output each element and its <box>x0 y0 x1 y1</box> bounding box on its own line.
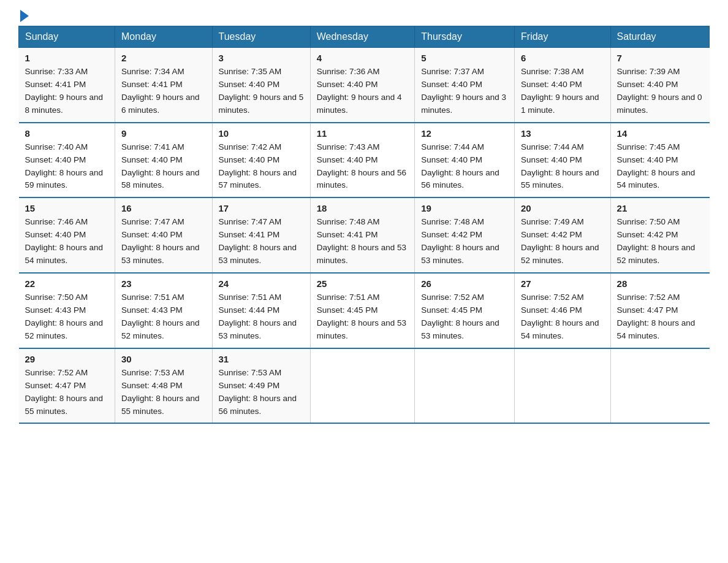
calendar-cell: 12 Sunrise: 7:44 AMSunset: 4:40 PMDaylig… <box>415 123 515 198</box>
day-info: Sunrise: 7:33 AMSunset: 4:41 PMDaylight:… <box>25 67 104 115</box>
day-number: 19 <box>421 203 508 213</box>
day-info: Sunrise: 7:35 AMSunset: 4:40 PMDaylight:… <box>219 67 304 115</box>
day-info: Sunrise: 7:34 AMSunset: 4:41 PMDaylight:… <box>121 67 200 115</box>
day-info: Sunrise: 7:42 AMSunset: 4:40 PMDaylight:… <box>219 142 297 190</box>
calendar-cell: 25 Sunrise: 7:51 AMSunset: 4:45 PMDaylig… <box>310 273 415 348</box>
day-number: 25 <box>317 278 409 289</box>
col-header-sunday: Sunday <box>19 26 115 48</box>
calendar-cell: 3 Sunrise: 7:35 AMSunset: 4:40 PMDayligh… <box>212 48 310 123</box>
day-number: 8 <box>25 128 109 139</box>
calendar-cell: 13 Sunrise: 7:44 AMSunset: 4:40 PMDaylig… <box>515 123 611 198</box>
day-info: Sunrise: 7:41 AMSunset: 4:40 PMDaylight:… <box>121 142 200 190</box>
calendar-cell: 31 Sunrise: 7:53 AMSunset: 4:49 PMDaylig… <box>212 348 310 424</box>
day-info: Sunrise: 7:53 AMSunset: 4:49 PMDaylight:… <box>219 368 297 416</box>
day-number: 1 <box>25 53 109 63</box>
day-info: Sunrise: 7:52 AMSunset: 4:47 PMDaylight:… <box>25 368 104 416</box>
day-number: 24 <box>219 278 304 289</box>
day-number: 23 <box>121 278 205 289</box>
calendar-cell: 2 Sunrise: 7:34 AMSunset: 4:41 PMDayligh… <box>115 48 212 123</box>
day-info: Sunrise: 7:52 AMSunset: 4:46 PMDaylight:… <box>521 293 599 340</box>
day-number: 10 <box>219 128 304 139</box>
calendar-cell: 7 Sunrise: 7:39 AMSunset: 4:40 PMDayligh… <box>610 48 709 123</box>
day-info: Sunrise: 7:39 AMSunset: 4:40 PMDaylight:… <box>617 67 702 115</box>
day-info: Sunrise: 7:47 AMSunset: 4:40 PMDaylight:… <box>121 217 200 265</box>
day-info: Sunrise: 7:46 AMSunset: 4:40 PMDaylight:… <box>25 217 104 265</box>
calendar-cell: 17 Sunrise: 7:47 AMSunset: 4:41 PMDaylig… <box>212 197 310 273</box>
day-info: Sunrise: 7:48 AMSunset: 4:41 PMDaylight:… <box>317 217 406 265</box>
day-number: 22 <box>25 278 109 289</box>
day-number: 20 <box>521 203 604 213</box>
day-number: 6 <box>521 53 604 63</box>
col-header-friday: Friday <box>515 26 611 48</box>
day-info: Sunrise: 7:40 AMSunset: 4:40 PMDaylight:… <box>25 142 104 190</box>
day-info: Sunrise: 7:49 AMSunset: 4:42 PMDaylight:… <box>521 217 599 265</box>
calendar-cell <box>610 348 709 424</box>
day-number: 16 <box>121 203 205 213</box>
calendar-cell: 4 Sunrise: 7:36 AMSunset: 4:40 PMDayligh… <box>310 48 415 123</box>
day-number: 9 <box>121 128 205 139</box>
day-info: Sunrise: 7:48 AMSunset: 4:42 PMDaylight:… <box>421 217 499 265</box>
day-info: Sunrise: 7:50 AMSunset: 4:43 PMDaylight:… <box>25 293 104 340</box>
day-number: 11 <box>317 128 409 139</box>
calendar-cell: 8 Sunrise: 7:40 AMSunset: 4:40 PMDayligh… <box>19 123 115 198</box>
calendar-week-row: 22 Sunrise: 7:50 AMSunset: 4:43 PMDaylig… <box>19 273 710 348</box>
day-number: 5 <box>421 53 508 63</box>
calendar-week-row: 15 Sunrise: 7:46 AMSunset: 4:40 PMDaylig… <box>19 197 710 273</box>
col-header-tuesday: Tuesday <box>212 26 310 48</box>
day-number: 12 <box>421 128 508 139</box>
col-header-wednesday: Wednesday <box>310 26 415 48</box>
calendar-header-row: SundayMondayTuesdayWednesdayThursdayFrid… <box>19 26 710 48</box>
day-number: 28 <box>617 278 703 289</box>
day-number: 3 <box>219 53 304 63</box>
calendar-week-row: 29 Sunrise: 7:52 AMSunset: 4:47 PMDaylig… <box>19 348 710 424</box>
day-number: 2 <box>121 53 205 63</box>
calendar-cell: 16 Sunrise: 7:47 AMSunset: 4:40 PMDaylig… <box>115 197 212 273</box>
day-info: Sunrise: 7:52 AMSunset: 4:45 PMDaylight:… <box>421 293 499 340</box>
day-number: 31 <box>219 354 304 364</box>
logo <box>18 12 29 20</box>
calendar-cell: 20 Sunrise: 7:49 AMSunset: 4:42 PMDaylig… <box>515 197 611 273</box>
day-info: Sunrise: 7:44 AMSunset: 4:40 PMDaylight:… <box>521 142 599 190</box>
day-number: 29 <box>25 354 109 364</box>
calendar-cell: 29 Sunrise: 7:52 AMSunset: 4:47 PMDaylig… <box>19 348 115 424</box>
day-number: 15 <box>25 203 109 213</box>
day-info: Sunrise: 7:51 AMSunset: 4:43 PMDaylight:… <box>121 293 200 340</box>
calendar-cell: 10 Sunrise: 7:42 AMSunset: 4:40 PMDaylig… <box>212 123 310 198</box>
day-number: 27 <box>521 278 604 289</box>
day-number: 30 <box>121 354 205 364</box>
day-info: Sunrise: 7:50 AMSunset: 4:42 PMDaylight:… <box>617 217 696 265</box>
day-number: 21 <box>617 203 703 213</box>
col-header-monday: Monday <box>115 26 212 48</box>
calendar-cell: 26 Sunrise: 7:52 AMSunset: 4:45 PMDaylig… <box>415 273 515 348</box>
day-info: Sunrise: 7:43 AMSunset: 4:40 PMDaylight:… <box>317 142 406 190</box>
calendar-week-row: 1 Sunrise: 7:33 AMSunset: 4:41 PMDayligh… <box>19 48 710 123</box>
calendar-cell: 14 Sunrise: 7:45 AMSunset: 4:40 PMDaylig… <box>610 123 709 198</box>
logo-arrow-icon <box>20 10 29 22</box>
day-info: Sunrise: 7:53 AMSunset: 4:48 PMDaylight:… <box>121 368 200 416</box>
calendar-cell: 5 Sunrise: 7:37 AMSunset: 4:40 PMDayligh… <box>415 48 515 123</box>
calendar-cell <box>415 348 515 424</box>
calendar-cell: 15 Sunrise: 7:46 AMSunset: 4:40 PMDaylig… <box>19 197 115 273</box>
calendar-cell <box>515 348 611 424</box>
calendar-cell: 1 Sunrise: 7:33 AMSunset: 4:41 PMDayligh… <box>19 48 115 123</box>
day-info: Sunrise: 7:44 AMSunset: 4:40 PMDaylight:… <box>421 142 499 190</box>
day-number: 14 <box>617 128 703 139</box>
calendar-cell <box>310 348 415 424</box>
day-number: 26 <box>421 278 508 289</box>
calendar-cell: 28 Sunrise: 7:52 AMSunset: 4:47 PMDaylig… <box>610 273 709 348</box>
calendar-cell: 18 Sunrise: 7:48 AMSunset: 4:41 PMDaylig… <box>310 197 415 273</box>
day-info: Sunrise: 7:38 AMSunset: 4:40 PMDaylight:… <box>521 67 599 115</box>
calendar-cell: 9 Sunrise: 7:41 AMSunset: 4:40 PMDayligh… <box>115 123 212 198</box>
calendar-cell: 22 Sunrise: 7:50 AMSunset: 4:43 PMDaylig… <box>19 273 115 348</box>
day-info: Sunrise: 7:52 AMSunset: 4:47 PMDaylight:… <box>617 293 696 340</box>
day-info: Sunrise: 7:45 AMSunset: 4:40 PMDaylight:… <box>617 142 696 190</box>
day-info: Sunrise: 7:47 AMSunset: 4:41 PMDaylight:… <box>219 217 297 265</box>
day-number: 17 <box>219 203 304 213</box>
calendar-cell: 11 Sunrise: 7:43 AMSunset: 4:40 PMDaylig… <box>310 123 415 198</box>
day-info: Sunrise: 7:36 AMSunset: 4:40 PMDaylight:… <box>317 67 402 115</box>
calendar-table: SundayMondayTuesdayWednesdayThursdayFrid… <box>18 26 710 424</box>
day-info: Sunrise: 7:51 AMSunset: 4:44 PMDaylight:… <box>219 293 297 340</box>
day-number: 18 <box>317 203 409 213</box>
day-number: 4 <box>317 53 409 63</box>
calendar-cell: 19 Sunrise: 7:48 AMSunset: 4:42 PMDaylig… <box>415 197 515 273</box>
